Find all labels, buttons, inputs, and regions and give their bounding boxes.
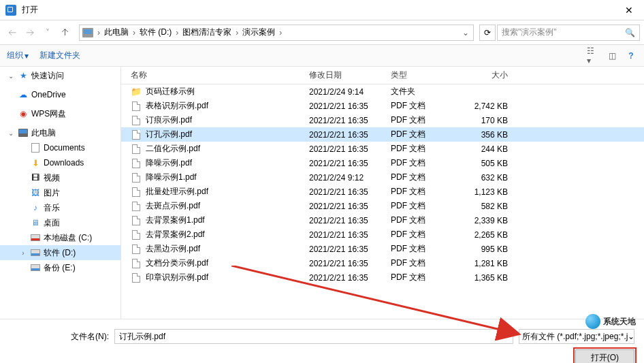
breadcrumb-item[interactable]: 软件 (D:) [137, 27, 174, 38]
close-button[interactable]: ✕ [613, 0, 644, 20]
open-button[interactable]: 打开(O) [575, 349, 634, 363]
sidebar-item-videos[interactable]: 🎞视频 [0, 170, 120, 185]
file-type: PDF 文档 [391, 257, 459, 269]
pdf-icon [131, 202, 142, 211]
chevron-right-icon[interactable]: › [131, 28, 137, 37]
file-date: 2021/2/21 16:35 [309, 259, 391, 268]
file-date: 2021/2/24 9:14 [309, 87, 391, 97]
file-size: 632 KB [459, 173, 513, 183]
chevron-right-icon[interactable]: › [96, 28, 101, 37]
file-type-filter[interactable]: 所有文件 (*.pdf;*.jpg;*.jpeg;*.j⌄ [519, 329, 634, 344]
sidebar-item-pictures[interactable]: 🖼图片 [0, 185, 120, 200]
forward-button[interactable]: 🡢 [22, 25, 38, 41]
file-name: 订孔示例.pdf [146, 129, 192, 140]
file-date: 2021/2/21 16:35 [309, 230, 391, 240]
chevron-right-icon[interactable]: › [278, 28, 283, 37]
sidebar-item-quick-access[interactable]: ⌄★快速访问 [0, 68, 120, 83]
file-type: PDF 文档 [391, 200, 459, 212]
file-date: 2021/2/21 16:35 [309, 202, 391, 211]
file-size: 995 KB [459, 244, 513, 254]
breadcrumb-item[interactable]: 此电脑 [101, 27, 131, 38]
chevron-right-icon[interactable]: › [19, 249, 27, 257]
sidebar-item-desktop[interactable]: 🖥桌面 [0, 215, 120, 230]
pdf-icon [131, 130, 142, 140]
sidebar-item-drive-d[interactable]: ›软件 (D:) [0, 245, 120, 260]
breadcrumb-item[interactable]: 图档清洁专家 [180, 27, 234, 38]
filename-input[interactable] [114, 329, 513, 344]
file-type: PDF 文档 [391, 129, 459, 140]
breadcrumb-item[interactable]: 演示案例 [240, 27, 278, 38]
file-type: PDF 文档 [391, 243, 459, 255]
sidebar-item-drive-c[interactable]: 本地磁盘 (C:) [0, 230, 120, 245]
file-date: 2021/2/21 16:35 [309, 187, 391, 197]
organize-menu[interactable]: 组织 ▾ [7, 50, 29, 61]
preview-pane-icon[interactable]: ◫ [606, 51, 618, 61]
search-icon[interactable]: 🔍 [625, 28, 635, 37]
file-type: 文件夹 [391, 86, 459, 97]
pdf-icon [131, 259, 142, 268]
file-name: 去斑点示例.pdf [146, 200, 200, 212]
chevron-down-icon[interactable]: ⌄ [7, 72, 15, 80]
pdf-icon [131, 144, 142, 154]
column-name[interactable]: 名称 [131, 69, 309, 81]
pdf-icon [131, 187, 142, 197]
file-row[interactable]: 去斑点示例.pdf2021/2/21 16:35PDF 文档582 KB [121, 199, 644, 213]
file-row[interactable]: 表格识别示例.pdf2021/2/21 16:35PDF 文档2,742 KB [121, 99, 644, 113]
column-type[interactable]: 类型 [391, 69, 459, 81]
file-list[interactable]: 📁页码迁移示例2021/2/24 9:14文件夹表格识别示例.pdf2021/2… [121, 84, 644, 319]
cloud-icon: ☁ [18, 90, 29, 99]
view-options-icon[interactable]: ☷ ▾ [587, 51, 599, 61]
chevron-right-icon[interactable]: › [174, 28, 180, 37]
folder-icon: 📁 [131, 86, 142, 97]
refresh-button[interactable]: ⟳ [479, 25, 496, 41]
chevron-down-icon[interactable]: ⌄ [7, 129, 15, 137]
column-size[interactable]: 大小 [459, 69, 513, 81]
drive-icon [30, 233, 41, 242]
wps-icon: ◉ [18, 109, 29, 119]
new-folder-button[interactable]: 新建文件夹 [39, 50, 80, 61]
address-dropdown[interactable]: ⌄ [458, 28, 473, 37]
chevron-down-icon: ▾ [25, 51, 29, 61]
search-input[interactable]: 搜索"演示案例" 🔍 [497, 25, 640, 41]
file-type: PDF 文档 [391, 229, 459, 240]
file-row[interactable]: 降噪示例.pdf2021/2/21 16:35PDF 文档505 KB [121, 156, 644, 170]
file-row[interactable]: 降噪示例1.pdf2021/2/24 9:12PDF 文档632 KB [121, 170, 644, 185]
pdf-icon [131, 273, 142, 283]
document-icon [30, 143, 41, 153]
file-row[interactable]: 去背景案例1.pdf2021/2/21 16:35PDF 文档2,339 KB [121, 213, 644, 227]
window-title: 打开 [22, 4, 613, 16]
breadcrumb[interactable]: › 此电脑 › 软件 (D:) › 图档清洁专家 › 演示案例 › ⌄ [79, 25, 474, 41]
file-row[interactable]: 去背景案例2.pdf2021/2/21 16:35PDF 文档2,265 KB [121, 227, 644, 242]
pc-icon [82, 28, 93, 37]
file-row[interactable]: 订痕示例.pdf2021/2/21 16:35PDF 文档170 KB [121, 113, 644, 127]
sidebar-item-wps[interactable]: ◉WPS网盘 [0, 106, 120, 121]
sidebar-item-documents[interactable]: Documents [0, 140, 120, 155]
file-date: 2021/2/21 16:35 [309, 101, 391, 111]
sidebar-item-music[interactable]: ♪音乐 [0, 200, 120, 215]
back-button[interactable]: 🡠 [4, 25, 20, 41]
file-row[interactable]: 二值化示例.pdf2021/2/21 16:35PDF 文档244 KB [121, 142, 644, 156]
sidebar-item-drive-e[interactable]: 备份 (E:) [0, 260, 120, 275]
file-type: PDF 文档 [391, 114, 459, 126]
file-row[interactable]: 批量处理示例.pdf2021/2/21 16:35PDF 文档1,123 KB [121, 185, 644, 199]
column-date[interactable]: 修改日期 [309, 69, 391, 81]
recent-dropdown[interactable]: ˅ [39, 25, 56, 41]
help-icon[interactable]: ? [625, 51, 637, 61]
file-row[interactable]: 📁页码迁移示例2021/2/24 9:14文件夹 [121, 84, 644, 99]
file-size: 170 KB [459, 116, 513, 125]
file-name: 去黑边示例.pdf [146, 243, 200, 255]
file-row[interactable]: 订孔示例.pdf2021/2/21 16:35PDF 文档356 KB [121, 127, 644, 142]
file-row[interactable]: 印章识别示例.pdf2021/2/21 16:35PDF 文档1,365 KB [121, 270, 644, 285]
file-row[interactable]: 文档分类示例.pdf2021/2/21 16:35PDF 文档1,281 KB [121, 256, 644, 270]
sidebar-item-onedrive[interactable]: ☁OneDrive [0, 87, 120, 102]
file-row[interactable]: 去黑边示例.pdf2021/2/21 16:35PDF 文档995 KB [121, 242, 644, 256]
up-button[interactable]: 🡡 [57, 25, 74, 41]
sidebar-item-downloads[interactable]: ⬇Downloads [0, 155, 120, 170]
file-date: 2021/2/21 16:35 [309, 130, 391, 140]
video-icon: 🎞 [30, 173, 41, 183]
sidebar-item-thispc[interactable]: ⌄此电脑 [0, 125, 120, 140]
file-size: 2,742 KB [459, 101, 513, 111]
chevron-right-icon[interactable]: › [234, 28, 240, 37]
file-size: 1,365 KB [459, 273, 513, 283]
bottom-panel: 文件名(N): 所有文件 (*.pdf;*.jpg;*.jpeg;*.j⌄ 打开… [0, 319, 644, 363]
